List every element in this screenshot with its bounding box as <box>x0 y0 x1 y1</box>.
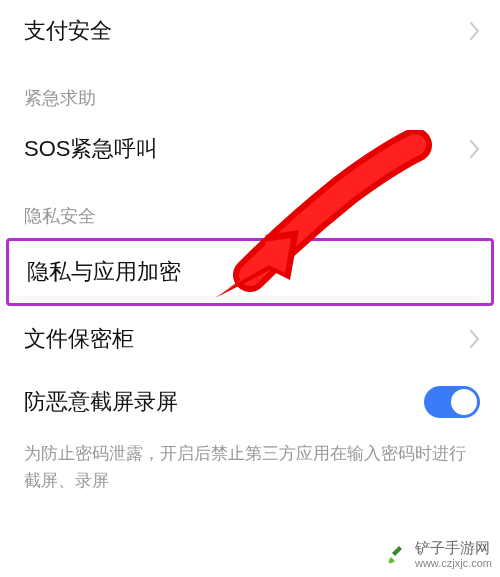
row-label: 文件保密柜 <box>24 324 134 354</box>
highlight-box: 隐私与应用加密 <box>6 238 494 306</box>
watermark-url: www.czjxjc.com <box>415 557 492 569</box>
row-label: 隐私与应用加密 <box>27 257 181 287</box>
watermark: 铲子手游网 www.czjxjc.com <box>385 540 492 569</box>
row-label: 支付安全 <box>24 16 112 46</box>
watermark-name: 铲子手游网 <box>415 540 492 557</box>
settings-list: 支付安全 紧急求助 SOS紧急呼叫 隐私安全 隐私与应用加密 文件保密柜 防恶意… <box>0 0 500 510</box>
chevron-right-icon <box>470 22 480 40</box>
row-label: SOS紧急呼叫 <box>24 134 158 164</box>
chevron-right-icon <box>470 330 480 348</box>
watermark-text: 铲子手游网 www.czjxjc.com <box>415 540 492 569</box>
anti-screenshot-toggle[interactable] <box>424 386 480 418</box>
row-label: 防恶意截屏录屏 <box>24 387 178 417</box>
anti-screenshot-description: 为防止密码泄露，开启后禁止第三方应用在输入密码时进行截屏、录屏 <box>0 434 500 510</box>
anti-screenshot-row: 防恶意截屏录屏 <box>0 370 500 434</box>
chevron-right-icon <box>470 140 480 158</box>
shovel-icon <box>385 543 409 567</box>
section-header-privacy: 隐私安全 <box>0 180 500 236</box>
privacy-app-encryption-row[interactable]: 隐私与应用加密 <box>9 241 491 303</box>
section-header-emergency: 紧急求助 <box>0 62 500 118</box>
payment-security-row[interactable]: 支付安全 <box>0 0 500 62</box>
sos-emergency-row[interactable]: SOS紧急呼叫 <box>0 118 500 180</box>
file-safe-row[interactable]: 文件保密柜 <box>0 308 500 370</box>
